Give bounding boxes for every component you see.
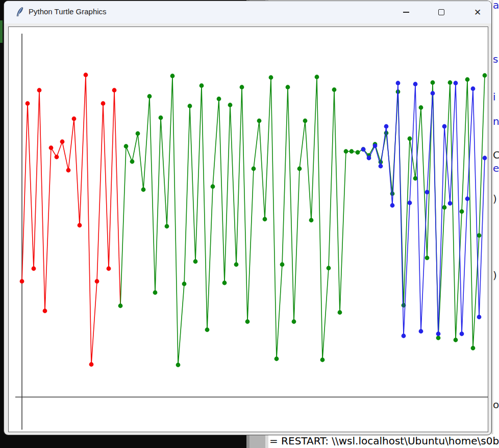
series-green-point	[153, 291, 158, 295]
series-green-point	[170, 74, 175, 78]
series-green-point	[263, 217, 267, 222]
line-plot	[9, 27, 488, 432]
series-green-point	[350, 149, 354, 154]
series-green-point	[141, 188, 146, 192]
series-red-point	[49, 146, 54, 150]
desktop-fragment	[0, 20, 3, 43]
series-green-point	[217, 97, 221, 101]
series-green-point	[159, 116, 163, 120]
code-fragment: )	[493, 193, 499, 205]
series-green-point	[483, 73, 487, 78]
series-blue-point	[465, 197, 470, 201]
series-green-point	[425, 256, 430, 260]
series-green-point	[408, 137, 412, 141]
series-red-point	[112, 88, 117, 93]
series-blue-point	[436, 332, 441, 336]
series-blue-point	[442, 124, 447, 129]
turtle-canvas	[8, 27, 488, 432]
series-blue-point	[408, 201, 412, 205]
series-green-point	[297, 167, 302, 171]
series-green-point	[419, 106, 423, 110]
code-fragment: a	[493, 0, 499, 11]
code-fragment: s	[493, 53, 499, 65]
series-blue-point	[431, 91, 435, 96]
series-green-point	[292, 320, 296, 324]
series-blue-point	[448, 201, 453, 206]
code-fragment: )	[493, 269, 499, 281]
series-blue-point	[425, 190, 430, 195]
titlebar[interactable]: Python Turtle Graphics ✕	[4, 1, 491, 23]
series-green-point	[390, 192, 395, 196]
series-green-point	[356, 150, 360, 155]
series-green-point	[245, 320, 250, 324]
series-green-point	[136, 131, 140, 136]
series-blue-point	[471, 87, 476, 91]
series-green-point	[269, 75, 273, 80]
series-green-point	[286, 85, 290, 90]
series-green-point	[228, 103, 233, 108]
series-red-point	[107, 267, 111, 271]
series-green-point	[257, 119, 262, 123]
series-red-point	[55, 155, 59, 160]
series-blue-point	[384, 124, 389, 129]
series-blue-point	[361, 147, 366, 152]
series-green-point	[442, 205, 447, 210]
series-blue-point	[390, 203, 395, 208]
series-green-point	[199, 84, 204, 88]
turtle-graphics-window: Python Turtle Graphics ✕	[4, 1, 491, 435]
series-green-point	[465, 77, 470, 82]
series-blue-line	[363, 83, 485, 336]
maximize-button[interactable]	[430, 1, 453, 23]
series-green-point	[448, 81, 453, 85]
close-icon: ✕	[474, 8, 481, 17]
close-button[interactable]: ✕	[466, 1, 489, 23]
series-green-point	[338, 310, 342, 315]
series-green-point	[303, 119, 308, 123]
series-blue-point	[413, 82, 418, 87]
series-green-point	[327, 266, 331, 271]
series-blue-point	[367, 156, 371, 161]
series-red-point	[37, 88, 42, 93]
series-green-point	[234, 262, 239, 267]
series-red-point	[60, 140, 65, 144]
code-fragment: i	[493, 91, 499, 103]
series-green-point	[413, 176, 418, 181]
series-red-point	[89, 362, 94, 367]
series-blue-point	[379, 164, 383, 169]
minimize-icon	[403, 12, 409, 13]
series-green-point	[124, 144, 129, 149]
series-green-point	[147, 94, 152, 99]
series-green-point	[344, 149, 348, 154]
series-blue-point	[477, 315, 482, 320]
series-green-point	[240, 85, 244, 90]
code-fragment: e	[493, 162, 499, 174]
series-red-point	[32, 267, 36, 271]
series-green-point	[436, 336, 441, 340]
desktop: = RESTART: \\wsl.localhost\Ubuntu\home\s…	[0, 0, 499, 448]
series-red-point	[20, 279, 24, 284]
series-red-point	[95, 279, 99, 284]
series-blue-point	[373, 144, 378, 148]
series-red-point	[101, 101, 106, 106]
code-fragment: o	[493, 399, 499, 411]
series-green-point	[188, 104, 192, 109]
series-green-point	[454, 338, 458, 342]
series-green-point	[275, 357, 279, 361]
window-title: Python Turtle Graphics	[29, 7, 107, 16]
minimize-button[interactable]	[395, 1, 417, 23]
python-feather-icon	[15, 7, 24, 17]
series-green-point	[477, 233, 482, 238]
series-red-point	[26, 101, 30, 106]
series-green-point	[280, 262, 285, 267]
series-blue-point	[396, 81, 401, 86]
series-green-point	[176, 363, 181, 367]
code-fragment: C	[493, 149, 499, 161]
series-green-line	[120, 75, 485, 365]
shell-restart-line: = RESTART: \\wsl.localhost\Ubuntu\home\s…	[269, 435, 499, 447]
series-green-point	[118, 304, 123, 308]
series-green-point	[165, 224, 169, 229]
series-green-point	[211, 185, 215, 189]
series-green-point	[222, 281, 227, 285]
series-blue-point	[402, 334, 406, 338]
series-green-point	[252, 167, 256, 171]
